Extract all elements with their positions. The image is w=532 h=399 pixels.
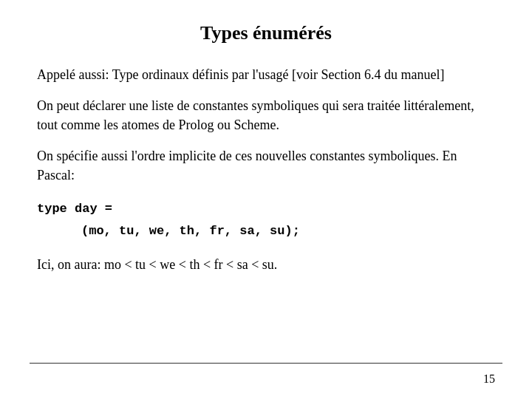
code-line-2: (mo, tu, we, th, fr, sa, su);: [81, 222, 495, 241]
paragraph-3: On spécifie aussi l'ordre implicite de c…: [37, 146, 495, 185]
slide-content: Appelé aussi: Type ordinaux définis par …: [37, 65, 495, 369]
slide-container: Types énumérés Appelé aussi: Type ordina…: [0, 0, 532, 399]
footer-divider: [30, 363, 502, 364]
page-number: 15: [483, 372, 495, 386]
code-block: type day = (mo, tu, we, th, fr, sa, su);: [37, 197, 495, 243]
paragraph-2: On peut déclarer une liste de constantes…: [37, 96, 495, 134]
slide-title: Types énumérés: [37, 22, 495, 44]
paragraph-1: Appelé aussi: Type ordinaux définis par …: [37, 65, 495, 84]
paragraph-5: Ici, on aura: mo < tu < we < th < fr < s…: [37, 255, 495, 274]
code-line-1: type day =: [37, 200, 495, 219]
